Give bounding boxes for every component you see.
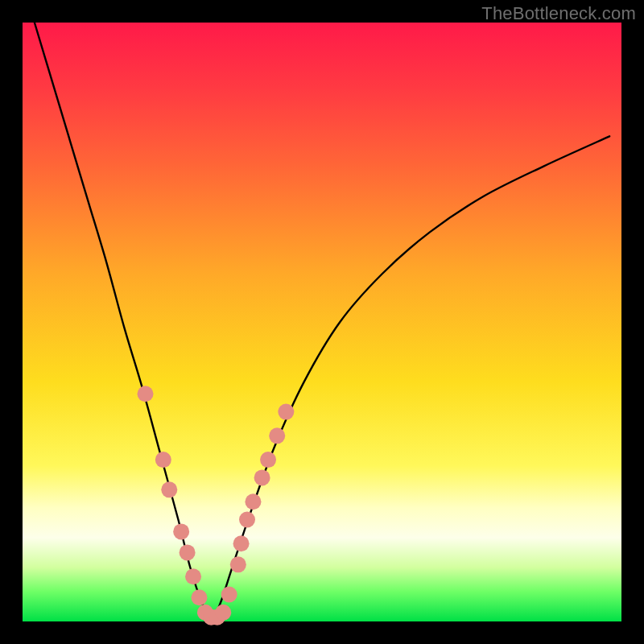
highlight-marker: [254, 469, 270, 485]
highlight-marker: [155, 452, 171, 468]
highlight-marker: [278, 404, 294, 420]
highlight-marker: [138, 386, 154, 402]
highlight-markers-group: [138, 386, 295, 625]
chart-plot-area: [23, 23, 621, 621]
highlight-marker: [260, 452, 276, 468]
highlight-marker: [221, 587, 237, 603]
highlight-marker: [180, 544, 196, 560]
highlight-marker: [245, 493, 261, 510]
highlight-marker: [239, 512, 255, 528]
highlight-marker: [215, 605, 231, 621]
bottleneck-chart-svg: [23, 23, 621, 621]
bottleneck-curve-line: [35, 23, 609, 618]
highlight-marker: [173, 523, 189, 539]
highlight-marker: [185, 568, 201, 584]
highlight-marker: [269, 427, 285, 444]
watermark-label: TheBottleneck.com: [481, 3, 636, 24]
highlight-marker: [191, 589, 207, 605]
highlight-marker: [230, 556, 246, 572]
highlight-marker: [233, 535, 250, 551]
highlight-marker: [161, 481, 177, 497]
